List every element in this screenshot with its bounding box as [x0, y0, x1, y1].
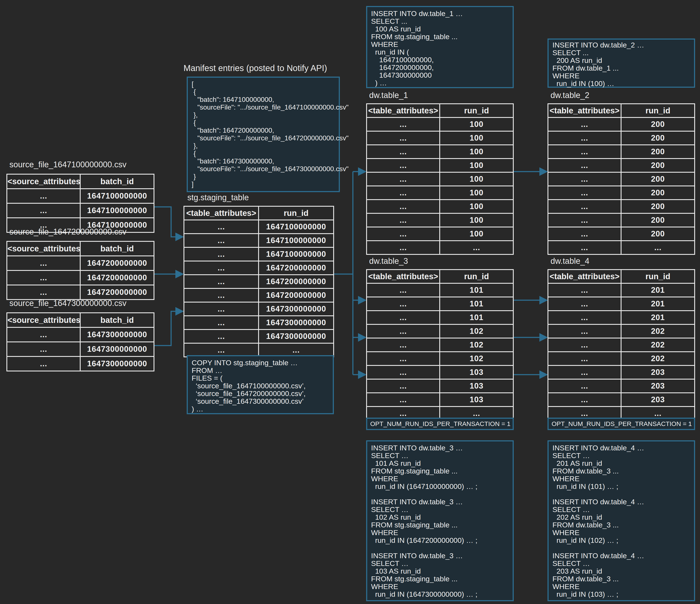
code-line: WHERE [371, 41, 509, 48]
code-line: "batch": 1647300000000, [192, 157, 335, 165]
table-row: ...201 [548, 283, 695, 297]
table-cell: 1647100000000 [258, 220, 334, 234]
code-line: SELECT ... [552, 49, 690, 56]
table-cell: ... [548, 338, 621, 352]
table-cell: 203 [621, 379, 695, 393]
code-line [371, 544, 509, 552]
table-cell: ... [184, 275, 258, 288]
table-cell: ... [621, 241, 695, 255]
table-cell: 201 [621, 297, 695, 311]
dw-table-3: <table_attributes>run_id...101...101...1… [366, 269, 514, 421]
code-line: COPY INTO stg.staging_table … [192, 359, 329, 366]
table-cell: ... [548, 241, 621, 255]
table-row: ...203 [548, 365, 695, 379]
table-row: ...100 [367, 131, 513, 145]
table-cell: ... [367, 379, 440, 393]
table-cell: ... [184, 234, 258, 247]
table-cell: ... [7, 256, 80, 270]
table-cell: 200 [621, 186, 695, 200]
code-line [371, 490, 509, 498]
table-row: ...... [548, 241, 695, 255]
table-cell: 1647100000000 [258, 234, 334, 247]
table-row: ...1647100000000 [184, 247, 334, 261]
code-line: SELECT … [371, 452, 509, 459]
table-row: ...... [367, 241, 513, 255]
code-line: WHERE [552, 475, 690, 482]
code-line: FROM stg.staging_table ... [371, 575, 509, 583]
table-row: ...100 [367, 159, 513, 172]
table-cell: ... [548, 200, 621, 213]
table-row: ...200 [548, 172, 695, 186]
table-row: ...1647300000000 [7, 357, 154, 371]
code-line: }, [192, 142, 335, 149]
table-cell: 200 [621, 172, 695, 186]
code-line: FROM stg.staging_table ... [371, 467, 509, 475]
table-cell: 103 [440, 393, 513, 407]
table-cell: 200 [621, 145, 695, 159]
dw-table-1: <table_attributes>run_id...100...100...1… [366, 103, 514, 255]
code-line: "sourceFile": ".../source_file_164710000… [192, 103, 335, 111]
table-cell: 100 [440, 186, 513, 200]
staging-table: <table_attributes>run_id...1647100000000… [183, 206, 334, 357]
insert-table1-sql-box: INSERT INTO dw.table_1 …SELECT ... 100 A… [366, 6, 514, 88]
dw-table-1-title: dw.table_1 [369, 91, 408, 100]
table-row: ...201 [548, 311, 695, 324]
table-cell: ... [7, 342, 80, 357]
table-cell: ... [184, 261, 258, 275]
table-cell: ... [367, 241, 440, 255]
data-table: <table_attributes>run_id...200...200...2… [548, 103, 695, 255]
code-line: 101 AS run_id [371, 459, 509, 467]
table-header-cell: run_id [440, 270, 513, 283]
code-line: FROM stg.staging_table ... [371, 521, 509, 529]
code-line: INSERT INTO dw.table_4 … [552, 498, 690, 506]
table-cell: ... [548, 379, 621, 393]
code-line: FROM dw.table_3 ... [552, 575, 690, 583]
table-cell: ... [548, 365, 621, 379]
table-cell: 101 [440, 297, 513, 311]
code-line: run_id IN (1647300000000) … ; [371, 590, 509, 598]
table-cell: 202 [621, 352, 695, 365]
table-cell: 102 [440, 324, 513, 338]
code-line: ‘source_file_1647200000000.csv’, [192, 390, 329, 397]
table-cell: ... [184, 247, 258, 261]
table-row: ...101 [367, 297, 513, 311]
code-line: ‘source_file_1647300000000.csv’ [192, 397, 329, 405]
table-cell: 100 [440, 159, 513, 172]
table-row: ...100 [367, 145, 513, 159]
table-cell: 102 [440, 338, 513, 352]
table-cell: ... [367, 365, 440, 379]
table-row: ...101 [367, 283, 513, 297]
code-line: run_id IN (103) … ; [552, 590, 690, 598]
table-cell: 100 [440, 131, 513, 145]
code-line: SELECT ... [371, 17, 509, 25]
code-line: INSERT INTO dw.table_1 … [371, 9, 509, 17]
table-cell: ... [548, 186, 621, 200]
table-row: ...1647100000000 [184, 220, 334, 234]
code-line: ‘source_file_1647100000000.csv’, [192, 382, 329, 390]
table-cell: 1647300000000 [258, 316, 334, 330]
table-header-cell: run_id [621, 104, 695, 118]
code-line: FROM dw.table_1 ... [552, 64, 690, 72]
table-cell: ... [367, 338, 440, 352]
table-cell: ... [367, 297, 440, 311]
code-line: ) … [192, 405, 329, 413]
table-row: ...203 [548, 393, 695, 407]
table-row: ...1647100000000 [7, 189, 154, 203]
manifest-json-box: [ { "batch": 1647100000000, "sourceFile"… [187, 77, 340, 192]
table-cell: ... [7, 270, 80, 285]
table-header-cell: batch_id [80, 313, 154, 328]
staging-table-title: stg.staging_table [188, 193, 249, 202]
table-row: ...200 [548, 213, 695, 227]
table-row: ...1647200000000 [7, 270, 154, 285]
dw-table-2-title: dw.table_2 [550, 91, 590, 100]
table-cell: 103 [440, 379, 513, 393]
table-row: ...203 [548, 379, 695, 393]
table-cell: ... [367, 145, 440, 159]
code-line: WHERE [371, 529, 509, 536]
source-file-1-title: source_file_1647100000000.csv [9, 160, 126, 169]
table-cell: ... [367, 227, 440, 241]
code-line: SELECT … [371, 559, 509, 567]
code-line: INSERT INTO dw.table_2 … [552, 41, 690, 49]
code-line: SELECT … [552, 559, 690, 567]
table-cell: 102 [440, 352, 513, 365]
